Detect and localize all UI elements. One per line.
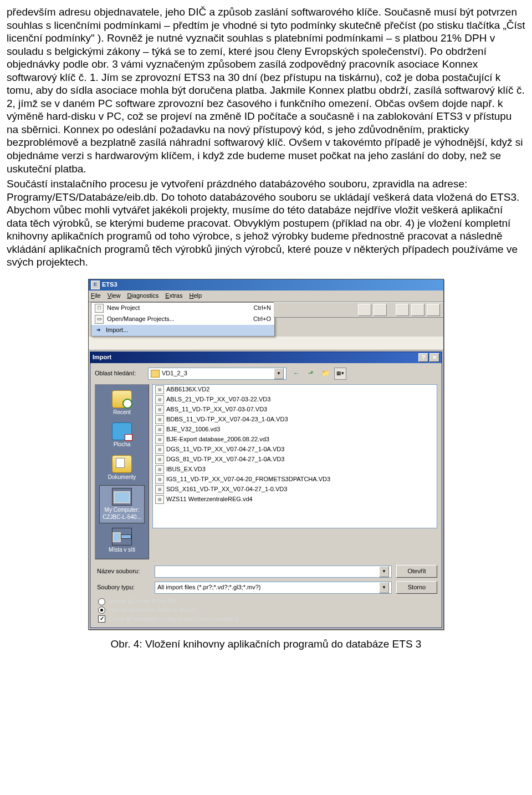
- toolbar: [274, 302, 443, 318]
- menu-diagnostics[interactable]: Diagnostics: [127, 292, 158, 300]
- file-name: ABS_11_VD-TP_XX_V07-03-07.VD3: [166, 406, 267, 414]
- lookin-combo[interactable]: VD1_2_3 ▼: [148, 368, 287, 380]
- file-icon: ▦: [155, 435, 164, 444]
- paragraph-1: především adresu objednavatele, jeho DIČ…: [7, 6, 525, 175]
- chevron-down-icon[interactable]: ▼: [379, 582, 389, 593]
- file-name: BJE_V32_1006.vd3: [166, 426, 220, 434]
- menu-item-new-project[interactable]: □New Project Ctrl+N: [91, 303, 274, 314]
- file-item[interactable]: ▦IBUS_EX.VD3: [153, 465, 437, 475]
- toolbar-button[interactable]: [374, 304, 387, 316]
- place-network[interactable]: Místa v síti: [100, 526, 144, 556]
- file-item[interactable]: ▦ABS_11_VD-TP_XX_V07-03-07.VD3: [153, 405, 437, 415]
- new-project-icon: □: [95, 304, 104, 313]
- filetype-label: Soubory typu:: [95, 584, 150, 592]
- filename-label: Název souboru:: [95, 568, 150, 575]
- file-name: DGS_81_VD-TP_XX_V07-04-27_1-0A.VD3: [166, 456, 284, 463]
- chevron-down-icon[interactable]: ▼: [274, 368, 284, 379]
- file-icon: ▦: [155, 465, 164, 474]
- toolbar-button[interactable]: [411, 304, 424, 316]
- file-name: WZS11 WetterzentraleREG.vd4: [166, 496, 253, 503]
- new-folder-icon[interactable]: 📁: [320, 368, 331, 379]
- view-menu-icon[interactable]: ▦▾: [334, 368, 346, 380]
- lookin-label: Oblast hledání:: [95, 370, 144, 378]
- file-item[interactable]: ▦SDS_X161_VD-TP_XX_V07-04-27_1-0.VD3: [153, 485, 437, 495]
- menu-view[interactable]: View: [108, 292, 121, 300]
- file-name: ABLS_21_VD-TP_XX_V07-03-22.VD3: [166, 396, 270, 404]
- file-name: BJE-Export database_2006.08.22.vd3: [166, 436, 269, 444]
- place-recent[interactable]: Recent: [100, 388, 144, 418]
- import-titlebar: Import ? ✕: [90, 352, 442, 363]
- menu-extras[interactable]: Extras: [165, 292, 182, 300]
- radio-import-all[interactable]: Import all items in the file: [95, 597, 437, 606]
- place-documents[interactable]: Dokumenty: [100, 453, 144, 483]
- file-icon: ▦: [155, 495, 164, 504]
- import-dialog: Import ? ✕ Oblast hledání: VD1_2_3 ▼ ←: [90, 351, 442, 628]
- lookin-folder: VD1_2_3: [162, 370, 187, 378]
- ets-screenshot: E ETS3 File View Diagnostics Extras Help…: [7, 279, 525, 651]
- file-icon: ▦: [155, 395, 164, 404]
- app-title: ETS3: [102, 281, 117, 289]
- desktop-icon: [112, 422, 132, 440]
- toolbar-button[interactable]: [396, 304, 409, 316]
- check-close-windows[interactable]: Close all windows during import (recomme…: [95, 615, 437, 624]
- recent-icon: [112, 390, 132, 408]
- cancel-button[interactable]: Storno: [396, 581, 437, 594]
- up-icon[interactable]: ⬏: [305, 368, 316, 379]
- file-name: IGS_11_VD-TP_XX_V07-04-20_FROMETS3DPATCH…: [166, 476, 330, 483]
- toolbar-button[interactable]: [427, 304, 440, 316]
- file-item[interactable]: ▦BJE-Export database_2006.08.22.vd3: [153, 435, 437, 445]
- place-mycomputer[interactable]: My Computer: CZJBC-L-540...: [99, 485, 145, 523]
- checkbox-icon: [98, 615, 105, 623]
- filename-input[interactable]: ▼: [155, 565, 392, 578]
- folder-icon: [151, 370, 160, 378]
- paragraph-2: Součástí instalačního procesu je vytvoře…: [7, 177, 525, 269]
- file-icon: ▦: [155, 425, 164, 434]
- file-item[interactable]: ▦BJE_V32_1006.vd3: [153, 425, 437, 435]
- menu-item-open-manage[interactable]: ▭Open/Manage Projects... Ctrl+O: [91, 314, 274, 325]
- place-desktop[interactable]: Plocha: [100, 420, 144, 450]
- close-button[interactable]: ✕: [429, 353, 439, 362]
- network-icon: [112, 528, 132, 546]
- radio-select-items[interactable]: Let me select the items to import: [95, 606, 437, 615]
- file-list[interactable]: ▦ABB6136X.VD2▦ABLS_21_VD-TP_XX_V07-03-22…: [152, 384, 437, 528]
- file-item[interactable]: ▦BDBS_11_VD-TP_XX_V07-04-23_1-0A.VD3: [153, 415, 437, 425]
- file-name: SDS_X161_VD-TP_XX_V07-04-27_1-0.VD3: [166, 486, 287, 493]
- radio-icon: [98, 607, 105, 614]
- places-bar: Recent Plocha Dokumenty My Computer: [95, 384, 149, 559]
- file-name: IBUS_EX.VD3: [166, 466, 206, 473]
- import-icon: ➔: [95, 327, 103, 334]
- toolbar-button[interactable]: [358, 304, 371, 316]
- content-strip: [89, 337, 443, 350]
- figure-caption: Obr. 4: Vložení knihovny aplikačních pro…: [7, 638, 525, 651]
- computer-icon: [112, 488, 132, 506]
- file-icon: ▦: [155, 455, 164, 464]
- app-icon: E: [91, 281, 100, 289]
- back-icon[interactable]: ←: [291, 368, 302, 379]
- shortcut: Ctrl+O: [253, 315, 271, 323]
- filetype-combo[interactable]: All import files (*.pr?;*.vd?;*.gl3;*.mv…: [155, 582, 392, 594]
- file-item[interactable]: ▦ABLS_21_VD-TP_XX_V07-03-22.VD3: [153, 395, 437, 405]
- menu-item-import[interactable]: ➔Import...: [91, 325, 274, 336]
- menu-help[interactable]: Help: [189, 292, 202, 300]
- shortcut: Ctrl+N: [254, 304, 271, 312]
- file-icon: ▦: [155, 405, 164, 414]
- file-item[interactable]: ▦DGS_11_VD-TP_XX_V07-04-27_1-0A.VD3: [153, 445, 437, 455]
- file-item[interactable]: ▦IGS_11_VD-TP_XX_V07-04-20_FROMETS3DPATC…: [153, 475, 437, 485]
- menubar[interactable]: File View Diagnostics Extras Help: [89, 291, 443, 302]
- radio-icon: [98, 598, 105, 605]
- file-name: BDBS_11_VD-TP_XX_V07-04-23_1-0A.VD3: [166, 416, 288, 424]
- open-icon: ▭: [95, 315, 104, 324]
- file-item[interactable]: ▦WZS11 WetterzentraleREG.vd4: [153, 495, 437, 504]
- file-name: ABB6136X.VD2: [166, 386, 209, 394]
- import-title-text: Import: [93, 354, 111, 361]
- documents-icon: [112, 455, 132, 473]
- open-button[interactable]: Otevřít: [396, 565, 437, 578]
- file-item[interactable]: ▦DGS_81_VD-TP_XX_V07-04-27_1-0A.VD3: [153, 455, 437, 465]
- chevron-down-icon[interactable]: ▼: [379, 566, 389, 577]
- menu-file[interactable]: File: [91, 292, 101, 300]
- help-button[interactable]: ?: [418, 353, 428, 362]
- file-icon: ▦: [155, 475, 164, 484]
- file-name: DGS_11_VD-TP_XX_V07-04-27_1-0A.VD3: [166, 446, 284, 453]
- ets-titlebar: E ETS3: [89, 279, 443, 291]
- file-item[interactable]: ▦ABB6136X.VD2: [153, 385, 437, 395]
